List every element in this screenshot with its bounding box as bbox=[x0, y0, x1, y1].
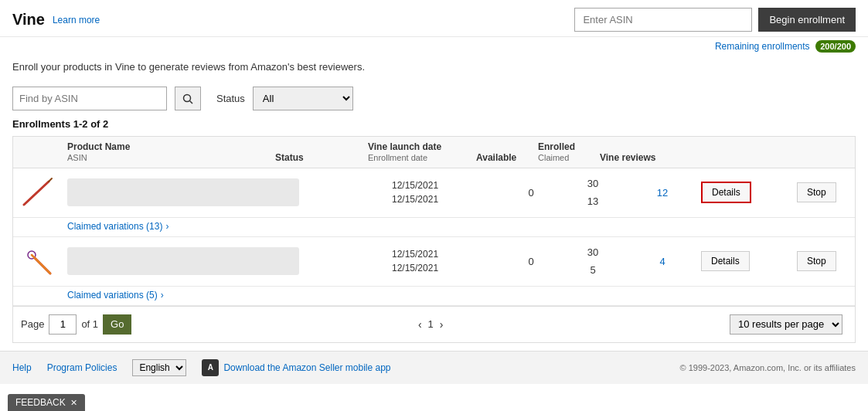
svg-point-0 bbox=[184, 94, 191, 101]
remaining-enrollments-label: Remaining enrollments bbox=[715, 41, 810, 52]
svg-line-3 bbox=[49, 178, 52, 182]
product-stop-1: Stop bbox=[794, 182, 868, 202]
feedback-button[interactable]: FEEDBACK ✕ bbox=[8, 394, 85, 411]
product-image-cell bbox=[21, 175, 67, 209]
copyright: © 1999-2023, Amazon.com, Inc. or its aff… bbox=[680, 363, 856, 372]
per-page-select[interactable]: 10 results per page 25 results per page … bbox=[730, 314, 842, 335]
search-icon bbox=[182, 93, 193, 104]
col-vine-reviews: Vine reviews bbox=[600, 152, 677, 163]
status-label: Status bbox=[216, 93, 245, 104]
download-app-link[interactable]: Download the Amazon Seller mobile app bbox=[223, 362, 390, 373]
feedback-label: FEEDBACK bbox=[15, 397, 66, 408]
product-available-1: 0 bbox=[500, 187, 562, 199]
product-actions-1: Details bbox=[701, 182, 794, 203]
language-select[interactable]: English bbox=[132, 359, 186, 376]
enrollments-count: Enrollments 1-2 of 2 bbox=[12, 118, 856, 130]
col-product-name: Product Name ASIN bbox=[67, 141, 275, 163]
tagline: Enroll your products in Vine to generate… bbox=[0, 55, 868, 79]
claimed-chevron-2: › bbox=[161, 290, 164, 301]
claimed-variations-row-1[interactable]: Claimed variations (13) › bbox=[13, 218, 855, 237]
amazon-app-section: A Download the Amazon Seller mobile app bbox=[202, 359, 390, 376]
details-button-2[interactable]: Details bbox=[701, 251, 750, 271]
current-page-number: 1 bbox=[428, 318, 434, 330]
svg-line-6 bbox=[32, 255, 50, 273]
asin-input[interactable] bbox=[574, 8, 752, 32]
pagination-bar: Page of 1 Go ‹ 1 › 10 results per page 2… bbox=[13, 306, 855, 342]
svg-line-1 bbox=[190, 100, 193, 104]
product-image-2 bbox=[21, 244, 55, 278]
col-status: Status bbox=[275, 152, 368, 163]
table-row: 12/15/2021 12/15/2021 0 30 13 12 Details… bbox=[13, 168, 855, 218]
page-label: Page bbox=[21, 318, 44, 330]
product-enrolled-1: 30 13 bbox=[562, 175, 624, 211]
footer: Help Program Policies English A Download… bbox=[0, 351, 868, 384]
remaining-enrollments-badge: 200/200 bbox=[815, 40, 856, 53]
stop-button-2[interactable]: Stop bbox=[797, 251, 836, 271]
next-page-button[interactable]: › bbox=[440, 318, 444, 331]
search-button[interactable] bbox=[175, 87, 201, 110]
prev-page-button[interactable]: ‹ bbox=[418, 318, 422, 331]
details-button-1[interactable]: Details bbox=[701, 182, 751, 203]
product-date-1: 12/15/2021 12/15/2021 bbox=[392, 178, 500, 206]
of-label: of 1 bbox=[81, 318, 98, 330]
page-input[interactable] bbox=[49, 314, 77, 335]
product-image-cell-2 bbox=[21, 244, 67, 278]
find-asin-input[interactable] bbox=[12, 87, 167, 110]
col-vine-launch-date: Vine launch date Enrollment date bbox=[368, 141, 476, 163]
product-enrolled-2: 30 5 bbox=[562, 243, 624, 280]
svg-line-2 bbox=[24, 182, 49, 205]
product-date-2: 12/15/2021 12/15/2021 bbox=[392, 247, 500, 275]
help-link[interactable]: Help bbox=[12, 362, 32, 373]
claimed-chevron-1: › bbox=[165, 221, 168, 232]
product-stop-2: Stop bbox=[794, 251, 868, 271]
product-placeholder-2 bbox=[67, 247, 299, 275]
claimed-variations-text-1: Claimed variations (13) bbox=[67, 221, 162, 232]
feedback-close-icon[interactable]: ✕ bbox=[70, 398, 77, 408]
amazon-app-icon: A bbox=[202, 359, 219, 376]
product-image-1 bbox=[21, 175, 55, 209]
claimed-variations-row-2[interactable]: Claimed variations (5) › bbox=[13, 287, 855, 306]
program-policies-link[interactable]: Program Policies bbox=[47, 362, 117, 373]
table-row: 12/15/2021 12/15/2021 0 30 5 4 Details S… bbox=[13, 237, 855, 287]
col-available: Available bbox=[476, 152, 538, 163]
go-button[interactable]: Go bbox=[103, 314, 131, 335]
product-vine-reviews-2: 4 bbox=[624, 256, 701, 267]
claimed-variations-text-2: Claimed variations (5) bbox=[67, 290, 158, 301]
status-select[interactable]: All Active Stopped bbox=[253, 87, 353, 110]
product-placeholder-1 bbox=[67, 178, 299, 206]
product-vine-reviews-1: 12 bbox=[624, 187, 701, 199]
learn-more-link[interactable]: Learn more bbox=[53, 15, 100, 25]
page-title: Vine bbox=[12, 11, 45, 29]
product-available-2: 0 bbox=[500, 256, 562, 267]
stop-button-1[interactable]: Stop bbox=[797, 182, 836, 202]
table-header: Product Name ASIN Status Vine launch dat… bbox=[13, 137, 855, 168]
col-enrolled: Enrolled Claimed bbox=[538, 141, 600, 163]
begin-enrollment-button[interactable]: Begin enrollment bbox=[758, 8, 856, 32]
product-actions-2: Details bbox=[701, 251, 794, 271]
